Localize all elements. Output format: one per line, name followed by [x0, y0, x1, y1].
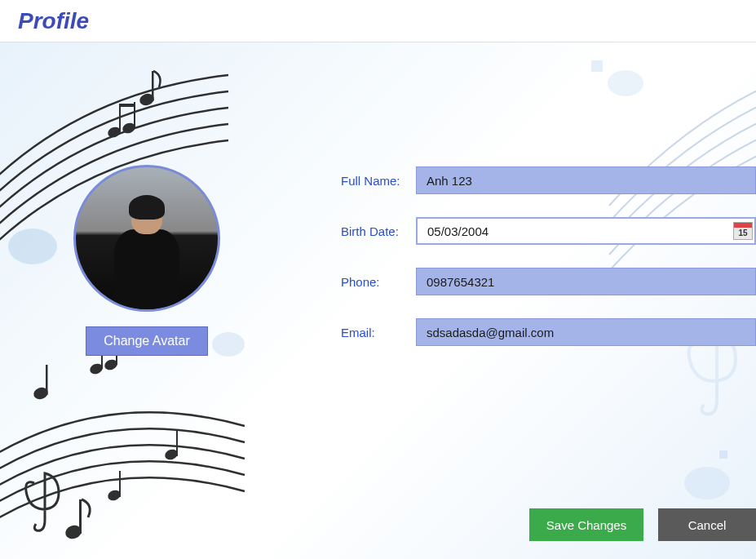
- action-buttons: Save Changes Cancel: [529, 508, 756, 541]
- full-name-label: Full Name:: [341, 174, 416, 188]
- svg-rect-4: [119, 106, 121, 132]
- content-area: Change Avatar Full Name: Birth Date: 15 …: [0, 42, 756, 559]
- svg-rect-27: [719, 450, 727, 459]
- svg-rect-8: [46, 365, 48, 395]
- phone-row: Phone:: [341, 268, 756, 295]
- svg-point-9: [88, 362, 104, 376]
- header: Profile: [0, 0, 756, 42]
- svg-point-3: [121, 122, 136, 135]
- svg-rect-19: [176, 430, 178, 456]
- svg-point-7: [32, 385, 50, 401]
- svg-point-23: [684, 467, 730, 499]
- email-row: Email:: [341, 318, 756, 346]
- cancel-button[interactable]: Cancel: [658, 508, 756, 541]
- avatar-image: [73, 165, 220, 312]
- birth-date-input[interactable]: [416, 217, 756, 245]
- full-name-row: Full Name:: [341, 166, 756, 194]
- svg-point-10: [103, 358, 118, 372]
- svg-rect-6: [119, 104, 135, 107]
- svg-point-14: [64, 523, 83, 541]
- change-avatar-button[interactable]: Change Avatar: [86, 326, 208, 356]
- svg-point-0: [138, 91, 156, 107]
- phone-input[interactable]: [416, 268, 756, 295]
- email-input[interactable]: [416, 318, 756, 346]
- profile-form: Full Name: Birth Date: 15 Phone: Email:: [341, 166, 756, 369]
- page-title: Profile: [18, 8, 89, 34]
- svg-point-20: [8, 228, 57, 264]
- birth-date-row: Birth Date: 15: [341, 217, 756, 245]
- avatar-section: Change Avatar: [73, 165, 220, 356]
- svg-point-2: [106, 126, 122, 140]
- svg-point-18: [163, 448, 179, 462]
- svg-point-22: [608, 70, 643, 96]
- email-label: Email:: [341, 326, 416, 339]
- full-name-input[interactable]: [416, 166, 756, 194]
- save-button[interactable]: Save Changes: [529, 508, 643, 541]
- svg-point-16: [106, 489, 122, 503]
- svg-rect-17: [119, 471, 121, 497]
- svg-rect-26: [591, 60, 603, 72]
- birth-date-label: Birth Date:: [341, 224, 416, 238]
- calendar-icon-day: 15: [738, 228, 747, 237]
- svg-rect-5: [134, 102, 135, 128]
- phone-label: Phone:: [341, 275, 416, 289]
- svg-rect-1: [152, 71, 154, 101]
- calendar-icon[interactable]: 15: [733, 222, 753, 240]
- svg-rect-15: [79, 499, 82, 534]
